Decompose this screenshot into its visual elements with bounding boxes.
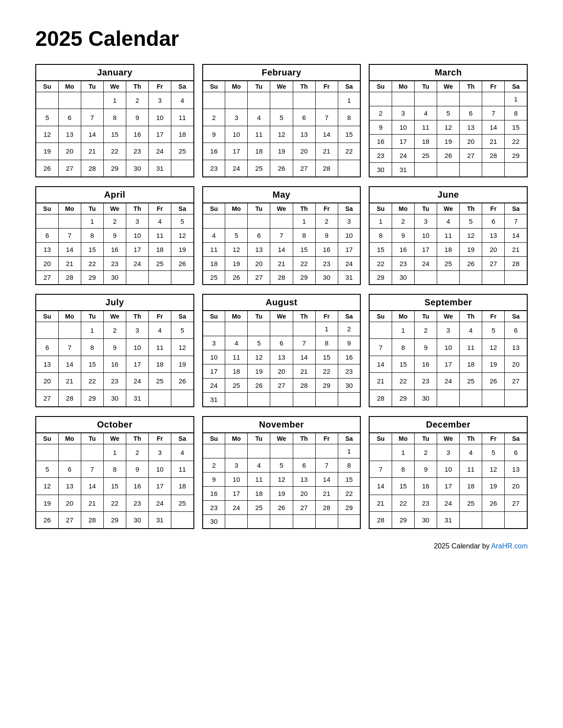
- day-header-su: Su: [36, 311, 58, 322]
- calendar-day: 4: [171, 444, 194, 461]
- calendar-day: 24: [148, 495, 171, 511]
- calendar-day: 19: [270, 143, 293, 160]
- calendar-day: [225, 322, 248, 336]
- day-header-we: We: [103, 81, 126, 92]
- calendar-day: 16: [126, 126, 148, 143]
- day-header-su: Su: [369, 311, 392, 322]
- calendar-day: 18: [171, 478, 194, 495]
- calendar-day: 30: [103, 270, 126, 285]
- calendar-day: 19: [482, 478, 505, 495]
- calendar-day: 16: [315, 242, 338, 256]
- month-name-october: October: [36, 417, 194, 433]
- calendar-day: 17: [338, 242, 360, 256]
- calendar-day: [460, 163, 482, 177]
- day-header-fr: Fr: [315, 81, 338, 92]
- calendar-day: 15: [103, 126, 126, 143]
- calendar-day: [203, 92, 225, 109]
- calendar-day: 16: [203, 486, 225, 500]
- calendar-day: 27: [293, 500, 315, 514]
- calendar-day: [81, 92, 103, 109]
- calendar-day: [36, 444, 58, 461]
- month-table-september: SeptemberSuMoTuWeThFrSa12345678910111213…: [369, 294, 528, 407]
- calendar-day: 17: [148, 126, 171, 143]
- calendar-day: 30: [103, 390, 126, 406]
- footer-link[interactable]: AraHR.com: [491, 542, 528, 550]
- calendar-day: 25: [203, 270, 225, 285]
- calendar-day: 19: [171, 242, 194, 256]
- calendar-day: 6: [293, 109, 315, 126]
- calendar-day: 5: [36, 109, 58, 126]
- calendar-day: [248, 322, 270, 336]
- calendar-day: 18: [171, 126, 194, 143]
- calendar-day: 30: [126, 160, 148, 176]
- calendar-day: 7: [315, 109, 338, 126]
- calendar-day: 28: [58, 390, 81, 406]
- calendar-day: 5: [270, 109, 293, 126]
- calendar-day: 24: [148, 143, 171, 160]
- calendar-day: [482, 390, 505, 406]
- calendar-day: 22: [103, 143, 126, 160]
- calendar-day: 3: [203, 336, 225, 350]
- calendar-day: 9: [126, 109, 148, 126]
- calendar-day: 20: [248, 256, 270, 270]
- calendar-day: 11: [148, 228, 171, 242]
- calendar-day: 17: [225, 143, 248, 160]
- day-header-mo: Mo: [392, 433, 414, 444]
- calendar-day: 24: [126, 256, 148, 270]
- calendar-day: 16: [103, 356, 126, 372]
- calendar-day: 13: [58, 478, 81, 495]
- calendar-day: 19: [225, 256, 248, 270]
- calendar-day: 26: [482, 495, 505, 511]
- day-header-sa: Sa: [171, 311, 194, 322]
- month-table-april: AprilSuMoTuWeThFrSa123456789101112131415…: [35, 186, 194, 285]
- calendar-day: 23: [315, 256, 338, 270]
- calendar-day: 29: [392, 390, 414, 406]
- calendar-day: 14: [58, 242, 81, 256]
- calendar-day: 4: [460, 322, 482, 339]
- day-header-th: Th: [126, 433, 148, 444]
- calendar-day: [315, 514, 338, 529]
- calendar-day: 3: [437, 444, 460, 461]
- day-header-we: We: [437, 81, 460, 92]
- day-header-fr: Fr: [482, 311, 505, 322]
- day-header-tu: Tu: [81, 203, 103, 214]
- calendar-day: 9: [203, 472, 225, 486]
- calendar-day: 15: [369, 242, 392, 256]
- calendar-day: 22: [81, 373, 103, 390]
- calendar-day: 2: [126, 92, 148, 109]
- calendar-day: 10: [126, 228, 148, 242]
- calendar-day: [437, 270, 460, 285]
- day-header-tu: Tu: [81, 81, 103, 92]
- calendar-day: 22: [293, 256, 315, 270]
- calendar-day: 7: [369, 461, 392, 477]
- day-header-sa: Sa: [505, 81, 527, 92]
- day-header-fr: Fr: [315, 433, 338, 444]
- month-table-november: NovemberSuMoTuWeThFrSa123456789101112131…: [202, 416, 361, 529]
- calendar-day: 17: [126, 356, 148, 372]
- calendar-day: 2: [392, 214, 414, 228]
- day-header-su: Su: [36, 81, 58, 92]
- calendar-day: 2: [203, 109, 225, 126]
- calendar-day: 30: [315, 270, 338, 285]
- calendar-day: [437, 390, 460, 406]
- calendar-day: 19: [437, 135, 460, 149]
- calendar-day: 26: [270, 160, 293, 176]
- calendar-day: 23: [415, 495, 437, 511]
- calendar-day: 29: [293, 270, 315, 285]
- calendar-day: [505, 270, 527, 285]
- day-header-tu: Tu: [248, 433, 270, 444]
- calendar-day: [369, 444, 392, 461]
- month-table-october: OctoberSuMoTuWeThFrSa1234567891011121314…: [35, 416, 194, 529]
- calendar-day: 27: [36, 390, 58, 406]
- day-header-su: Su: [369, 203, 392, 214]
- calendar-day: 3: [126, 322, 148, 339]
- calendar-day: 12: [171, 339, 194, 356]
- calendar-day: [293, 393, 315, 407]
- calendar-day: 14: [369, 478, 392, 495]
- calendar-day: 25: [415, 149, 437, 163]
- calendar-day: 29: [369, 270, 392, 285]
- calendar-day: 1: [392, 322, 414, 339]
- calendar-day: 10: [392, 120, 414, 135]
- calendar-day: 11: [203, 242, 225, 256]
- calendar-day: 21: [58, 373, 81, 390]
